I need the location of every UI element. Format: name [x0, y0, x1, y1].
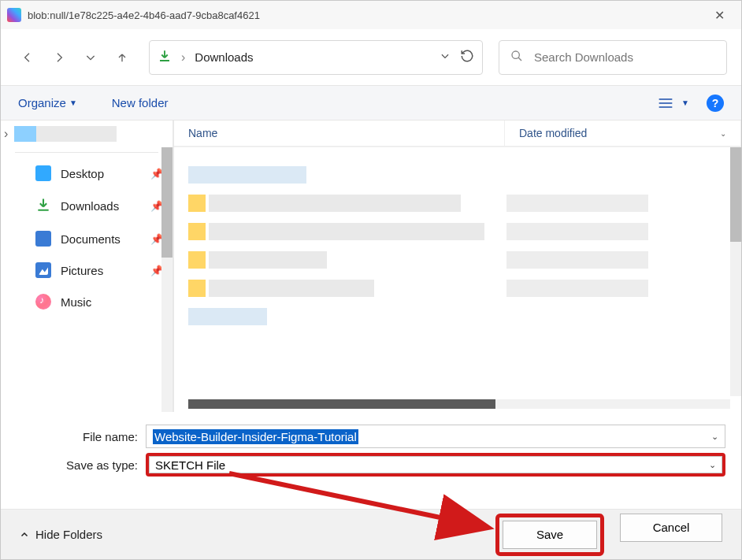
- music-icon: [35, 294, 51, 310]
- sidebar-item-downloads[interactable]: Downloads 📌: [1, 189, 173, 223]
- sidebar-item-desktop[interactable]: Desktop 📌: [1, 158, 173, 189]
- list-item[interactable]: [188, 251, 727, 269]
- file-list: Name Date modified⌄: [174, 121, 741, 412]
- sort-indicator: ⌄: [720, 129, 726, 138]
- chevron-down-icon[interactable]: ⌄: [711, 432, 718, 442]
- help-button[interactable]: ?: [707, 95, 724, 112]
- save-highlight: Save: [495, 514, 604, 556]
- filename-label: File name:: [17, 430, 146, 443]
- download-icon: [158, 49, 172, 66]
- save-form: File name: Website-Builder-Insider-Figma…: [1, 412, 741, 477]
- svg-point-0: [512, 51, 519, 58]
- sidebar: › Desktop 📌 Downloads 📌 Documents 📌 Pict…: [1, 121, 174, 412]
- app-icon: [7, 8, 21, 22]
- filename-input[interactable]: Website-Builder-Insider-Figma-Tutorial ⌄: [146, 425, 725, 448]
- folder-icon: [188, 280, 206, 297]
- sidebar-item-label: Pictures: [61, 264, 103, 277]
- refresh-icon[interactable]: [460, 49, 474, 66]
- folder-icon: [188, 251, 206, 269]
- sidebar-item-label: Desktop: [61, 167, 104, 180]
- new-folder-button[interactable]: New folder: [112, 96, 169, 109]
- chevron-down-icon: ▼: [69, 98, 77, 107]
- sidebar-item-music[interactable]: Music: [1, 286, 173, 317]
- file-scrollbar-v[interactable]: [730, 147, 741, 396]
- folder-icon: [188, 223, 206, 240]
- forward-button[interactable]: [46, 45, 72, 70]
- footer: Hide Folders Save Cancel: [1, 509, 741, 559]
- recent-dropdown[interactable]: [78, 45, 103, 70]
- view-menu[interactable]: ▼: [658, 97, 689, 109]
- sidebar-item-documents[interactable]: Documents 📌: [1, 223, 173, 254]
- file-scrollbar-h[interactable]: [188, 399, 730, 409]
- cancel-button[interactable]: Cancel: [620, 514, 722, 542]
- address-dropdown[interactable]: [440, 50, 451, 65]
- column-headers: Name Date modified⌄: [174, 121, 741, 147]
- folder-icon: [188, 195, 206, 212]
- save-button[interactable]: Save: [503, 521, 597, 549]
- list-item[interactable]: [188, 166, 727, 184]
- sidebar-item-label: Music: [61, 295, 91, 309]
- sidebar-item-pictures[interactable]: Pictures 📌: [1, 254, 173, 286]
- address-location: Downloads: [195, 50, 430, 64]
- sidebar-scrollbar[interactable]: [161, 147, 173, 412]
- chevron-right-icon: ›: [4, 127, 8, 141]
- window-title: blob:null/1e78c225-a4e2-4b46-aad7-9cba8c…: [28, 9, 703, 21]
- chevron-down-icon: ▼: [681, 98, 689, 107]
- column-date[interactable]: Date modified⌄: [505, 121, 741, 146]
- hide-folders-button[interactable]: Hide Folders: [20, 528, 102, 541]
- chevron-down-icon[interactable]: ⌄: [709, 460, 716, 470]
- documents-icon: [35, 231, 51, 247]
- list-item[interactable]: [188, 280, 727, 297]
- nav-bar: › Downloads: [1, 29, 741, 86]
- list-item[interactable]: [188, 223, 727, 240]
- main-area: › Desktop 📌 Downloads 📌 Documents 📌 Pict…: [1, 121, 741, 412]
- toolbar: Organize ▼ New folder ▼ ?: [1, 86, 741, 121]
- organize-menu[interactable]: Organize ▼: [18, 96, 77, 109]
- type-select[interactable]: SKETCH File ⌄: [146, 453, 725, 477]
- search-icon: [510, 50, 523, 65]
- address-bar[interactable]: › Downloads: [149, 40, 483, 75]
- download-icon: [35, 197, 51, 215]
- list-item[interactable]: [188, 195, 727, 212]
- sidebar-item-label: Downloads: [61, 199, 119, 213]
- sidebar-crumb[interactable]: ›: [1, 121, 173, 147]
- type-label: Save as type:: [17, 458, 146, 472]
- search-box[interactable]: [499, 40, 727, 75]
- desktop-icon: [35, 165, 51, 181]
- title-bar: blob:null/1e78c225-a4e2-4b46-aad7-9cba8c…: [1, 1, 741, 29]
- back-button[interactable]: [15, 45, 40, 70]
- pictures-icon: [35, 262, 51, 278]
- column-name[interactable]: Name: [174, 121, 505, 146]
- search-input[interactable]: [534, 50, 715, 64]
- chevron-right-icon: ›: [181, 50, 185, 65]
- list-item[interactable]: [188, 308, 727, 325]
- sidebar-item-label: Documents: [61, 232, 121, 246]
- up-button[interactable]: [109, 45, 135, 70]
- close-icon[interactable]: ✕: [703, 8, 735, 23]
